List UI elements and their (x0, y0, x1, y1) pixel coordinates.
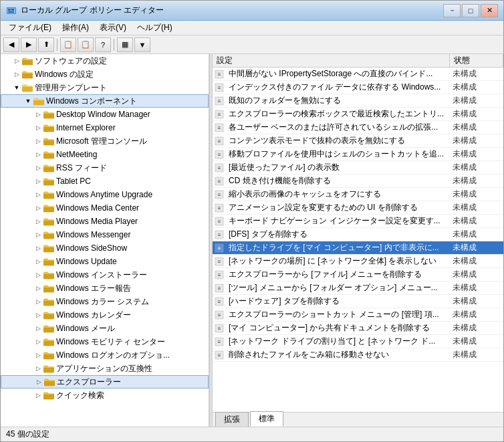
tree-item-windows-update[interactable]: ▷ Windows Update (1, 255, 209, 268)
expander-windows-color[interactable]: ▷ (33, 296, 43, 307)
tree-item-tablet-pc[interactable]: ▷ Tablet PC (1, 175, 209, 188)
expander-windows-error[interactable]: ▷ (33, 283, 43, 294)
list-row[interactable]: ≡ エクスプローラーのショートカット メニューの [管理] 項...未構成 (213, 308, 503, 322)
list-row[interactable]: ≡ [マイ コンピューター] から共有ドキュメントを削除する未構成 (213, 322, 503, 335)
tree-item-internet-explorer[interactable]: ▷ Internet Explorer (1, 121, 209, 134)
tree-item-windows-color[interactable]: ▷ Windows カラー システム (1, 295, 209, 308)
menu-help[interactable]: ヘルプ(H) (132, 21, 178, 35)
tree-item-netmeeting[interactable]: ▷ NetMeeting (1, 148, 209, 161)
list-row[interactable]: ≡ 各ユーザー ベースのまたは許可されているシェルの拡張...未構成 (213, 121, 503, 134)
list-row[interactable]: ≡ コンテンツ表示モードで抜粋の表示を無効にする未構成 (213, 134, 503, 148)
minimize-button[interactable]: － (443, 4, 461, 17)
menu-file[interactable]: ファイル(E) (3, 21, 57, 35)
expander-admin-templates[interactable]: ▼ (11, 82, 22, 93)
col-header-setting[interactable]: 設定 (213, 54, 450, 67)
window-title: ローカル グループ ポリシー エディター (21, 5, 443, 16)
tree-item-rss-feed[interactable]: ▷ RSS フィード (1, 161, 209, 175)
main-content: ▷ ソフトウェアの設定 ▷ Windows の設定 ▼ (1, 54, 503, 427)
tree-item-windows-mobility[interactable]: ▷ Windows モビリティ センター (1, 335, 209, 348)
list-row[interactable]: ≡ 縮小表示の画像のキャッシュをオフにする未構成 (213, 188, 503, 201)
expander-desktop-window[interactable]: ▷ (33, 109, 43, 120)
expander-windows-components[interactable]: ▼ (23, 96, 33, 106)
tree-item-windows-calendar[interactable]: ▷ Windows カレンダー (1, 308, 209, 322)
expander-netmeeting[interactable]: ▷ (33, 149, 43, 160)
list-row[interactable]: ≡ 指定したドライブを [マイ コンピューター] 内で非表示に...未構成 (213, 241, 503, 255)
back-button[interactable]: ◀ (3, 37, 19, 52)
list-row[interactable]: ≡ [DFS] タブを削除する未構成 (213, 228, 503, 241)
expander-internet-explorer[interactable]: ▷ (33, 122, 43, 133)
tree-item-windows-messenger[interactable]: ▷ Windows Messenger (1, 228, 209, 241)
tree-item-windows-sideshow[interactable]: ▷ Windows SideShow (1, 241, 209, 255)
list-row[interactable]: ≡ エクスプローラーから [ファイル] メニューを削除する未構成 (213, 268, 503, 282)
expander-windows-mail[interactable]: ▷ (33, 323, 43, 334)
expander-windows-messenger[interactable]: ▷ (33, 229, 43, 240)
expander-windows-anytime[interactable]: ▷ (33, 189, 43, 200)
filter-button[interactable]: ▼ (134, 37, 150, 52)
expander-app-compat[interactable]: ▷ (33, 363, 43, 374)
list-row[interactable]: ≡ [最近使ったファイル] の表示数未構成 (213, 161, 503, 175)
tree-item-windows-media-center[interactable]: ▷ Windows Media Center (1, 201, 209, 215)
list-row[interactable]: ≡ 中間層がない IPropertySetStorage への直接のバインド..… (213, 68, 503, 81)
tree-item-softwares[interactable]: ▷ ソフトウェアの設定 (1, 54, 209, 68)
expander-windows-sideshow[interactable]: ▷ (33, 243, 43, 253)
list-row[interactable]: ≡ CD 焼き付け機能を削除する未構成 (213, 175, 503, 188)
row-status: 未構成 (450, 322, 503, 334)
tree-item-admin-templates[interactable]: ▼ 管理用テンプレート (1, 81, 209, 94)
list-body[interactable]: ≡ 中間層がない IPropertySetStorage への直接のバインド..… (213, 68, 503, 412)
tree-panel[interactable]: ▷ ソフトウェアの設定 ▷ Windows の設定 ▼ (1, 54, 209, 427)
view-button[interactable]: ▦ (117, 37, 133, 52)
tree-item-quick-search[interactable]: ▷ クイック検索 (1, 389, 209, 402)
help-button[interactable]: ? (95, 37, 111, 52)
window-icon (6, 5, 17, 16)
tree-item-explorer[interactable]: ▷ エクスプローラー (1, 375, 209, 389)
col-header-status[interactable]: 状態 (450, 54, 503, 67)
list-row[interactable]: ≡ [ネットワーク ドライブの割り当て] と [ネットワーク ド...未構成 (213, 335, 503, 348)
expander-windows-calendar[interactable]: ▷ (33, 310, 43, 320)
list-row[interactable]: ≡ [ネットワークの場所] に [ネットワーク全体] を表示しない未構成 (213, 255, 503, 268)
expander-windows-settings[interactable]: ▷ (11, 69, 22, 80)
properties-button[interactable]: 📋 (78, 37, 94, 52)
expander-windows-installer[interactable]: ▷ (33, 269, 43, 280)
menu-action[interactable]: 操作(A) (57, 21, 94, 35)
expander-tablet-pc[interactable]: ▷ (33, 176, 43, 187)
list-row[interactable]: ≡ 既知のフォルダーを無効にする未構成 (213, 94, 503, 108)
expander-windows-logon[interactable]: ▷ (33, 350, 43, 360)
close-button[interactable]: ✕ (481, 4, 498, 17)
tree-item-windows-components[interactable]: ▼ Windows コンポーネント (1, 94, 209, 108)
tab-extended[interactable]: 拡張 (215, 412, 249, 427)
tree-item-app-compat[interactable]: ▷ アプリケーションの互換性 (1, 362, 209, 375)
tree-item-windows-anytime[interactable]: ▷ Windows Anytime Upgrade (1, 188, 209, 201)
expander-windows-media-player[interactable]: ▷ (33, 216, 43, 227)
list-row[interactable]: ≡ [ツール] メニューから [フォルダー オプション] メニュー...未構成 (213, 282, 503, 295)
list-row[interactable]: ≡ アニメーション設定を変更するための UI を削除する未構成 (213, 201, 503, 215)
list-row[interactable]: ≡ 削除されたファイルをごみ箱に移動させない未構成 (213, 348, 503, 362)
menu-view[interactable]: 表示(V) (94, 21, 132, 35)
expander-quick-search[interactable]: ▷ (33, 390, 43, 401)
expander-windows-mobility[interactable]: ▷ (33, 336, 43, 347)
list-row[interactable]: ≡ キーボード ナビゲーション インジケーター設定を変更す...未構成 (213, 215, 503, 228)
tree-item-windows-mail[interactable]: ▷ Windows メール (1, 322, 209, 335)
list-row[interactable]: ≡ [ハードウェア] タブを削除する未構成 (213, 295, 503, 308)
expander-ms-console[interactable]: ▷ (33, 136, 43, 146)
tree-item-windows-settings[interactable]: ▷ Windows の設定 (1, 68, 209, 81)
tree-item-windows-error[interactable]: ▷ Windows エラー報告 (1, 282, 209, 295)
row-status: 未構成 (450, 336, 503, 347)
forward-button[interactable]: ▶ (21, 37, 37, 52)
tree-item-desktop-window[interactable]: ▷ Desktop Window Manager (1, 108, 209, 121)
show-hide-button[interactable]: 📋 (60, 37, 76, 52)
expander-windows-update[interactable]: ▷ (33, 256, 43, 267)
list-row[interactable]: ≡ 移動プロファイルを使用中はシェルのショートカットを追...未構成 (213, 148, 503, 161)
list-row[interactable]: ≡ インデックス付きのファイル データに依存する Windows...未構成 (213, 81, 503, 94)
list-row[interactable]: ≡ エクスプローラーの検索ボックスで最近検索したエントリ...未構成 (213, 108, 503, 121)
up-button[interactable]: ⬆ (38, 37, 54, 52)
tree-item-windows-logon[interactable]: ▷ Windows ログオンのオプショ... (1, 348, 209, 362)
tree-item-ms-console[interactable]: ▷ Microsoft 管理コンソール (1, 134, 209, 148)
expander-explorer[interactable]: ▷ (33, 376, 44, 387)
tab-standard[interactable]: 標準 (250, 411, 283, 427)
expander-rss-feed[interactable]: ▷ (33, 162, 43, 173)
tree-item-windows-installer[interactable]: ▷ Windows インストーラー (1, 268, 209, 282)
expander-softwares[interactable]: ▷ (11, 56, 22, 66)
maximize-button[interactable]: □ (462, 4, 479, 17)
tree-item-windows-media-player[interactable]: ▷ Windows Media Player (1, 215, 209, 228)
expander-windows-media-center[interactable]: ▷ (33, 203, 43, 213)
